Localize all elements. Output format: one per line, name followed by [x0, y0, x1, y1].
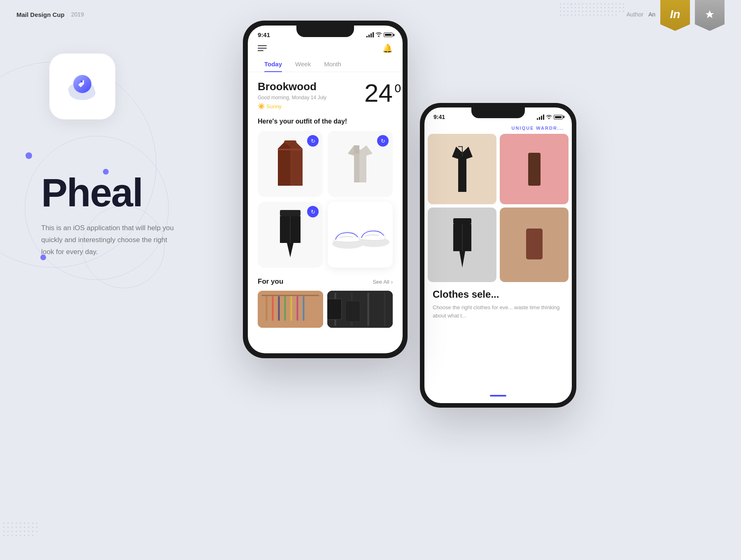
- refresh-icon: ↻: [311, 138, 315, 144]
- phone-screen: 9:41: [248, 26, 403, 353]
- for-you-title: For you: [258, 278, 283, 286]
- temperature-display: 24 0: [364, 80, 393, 106]
- condition-text: Sunny: [266, 103, 282, 110]
- refresh-coat-btn[interactable]: ↻: [307, 135, 319, 147]
- svg-point-4: [81, 81, 83, 83]
- hamburger-icon[interactable]: [258, 45, 267, 51]
- clothes-title: Clothes sele...: [433, 289, 564, 300]
- status-time-2: 9:41: [433, 114, 445, 120]
- outfit-card-pants[interactable]: ↻: [258, 202, 323, 268]
- wifi-icon: [375, 32, 382, 38]
- refresh-icon-2: ↻: [381, 138, 385, 144]
- location-date: Good morning, Monday 14 July: [258, 95, 326, 100]
- svg-rect-26: [526, 229, 543, 259]
- invision-badge[interactable]: In: [660, 0, 690, 31]
- tab-month[interactable]: Month: [317, 56, 348, 72]
- pants-illustration: [278, 210, 303, 259]
- svg-rect-22: [346, 301, 360, 322]
- refresh-icon-3: ↻: [311, 209, 315, 215]
- svg-rect-7: [280, 210, 301, 216]
- status-time: 9:41: [258, 31, 270, 38]
- site-title: Mail Design Cup: [16, 11, 65, 18]
- bottom-indicator: [490, 395, 506, 397]
- wardrobe-cell-shirt[interactable]: [428, 134, 496, 204]
- for-you-card-2[interactable]: [327, 291, 393, 328]
- outfit-card-shoes[interactable]: [328, 202, 393, 268]
- clothes-desc: Choose the right clothes for eve... wast…: [433, 303, 564, 320]
- refresh-pants-btn[interactable]: ↻: [307, 206, 319, 217]
- wardrobe-cell-pink[interactable]: [500, 134, 569, 204]
- svg-rect-23: [528, 153, 541, 186]
- battery-icon: [384, 33, 393, 37]
- weather-condition: ☀️ Sunny: [258, 103, 326, 110]
- svg-rect-24: [453, 218, 471, 224]
- bell-icon[interactable]: 🔔: [382, 43, 393, 53]
- phone-screen-2: 9:41 UNIQUE WARDR...: [424, 107, 572, 403]
- for-you-card-1[interactable]: [258, 291, 323, 328]
- tab-week[interactable]: Week: [289, 56, 317, 72]
- author-name: An: [648, 11, 655, 18]
- wardrobe-cell-pants[interactable]: [428, 208, 496, 282]
- svg-rect-15: [278, 296, 280, 321]
- see-all-link[interactable]: See All ›: [373, 279, 393, 285]
- outfit-section: Here's your outfit of the day! ↻: [248, 114, 403, 273]
- svg-rect-6: [278, 149, 303, 150]
- phone-notch-2: [471, 107, 525, 118]
- outfit-title: Here's your outfit of the day!: [258, 118, 393, 125]
- refresh-shirt-btn[interactable]: ↻: [377, 135, 389, 147]
- signal-icon: [366, 32, 374, 37]
- phone-main: 9:41: [243, 21, 408, 358]
- bottom-text: Clothes sele... Choose the right clothes…: [424, 282, 572, 320]
- battery-icon-2: [554, 115, 563, 119]
- grey-badge[interactable]: [695, 0, 725, 31]
- app-name: Pheal: [41, 173, 181, 212]
- sun-icon: ☀️: [258, 103, 265, 110]
- status-icons-2: [537, 113, 563, 121]
- outfit-card-shirt[interactable]: ↻: [328, 131, 393, 197]
- wardrobe-cell-dark[interactable]: [500, 208, 569, 282]
- location-name: Brookwood: [258, 80, 326, 93]
- outfit-card-coat[interactable]: ↻: [258, 131, 323, 197]
- header-right: Author An In: [627, 0, 725, 31]
- svg-rect-19: [303, 296, 305, 321]
- svg-rect-16: [284, 296, 286, 321]
- left-content: Pheal This is an iOS application that wi…: [41, 173, 181, 258]
- site-year: 2019: [71, 11, 84, 18]
- section-header: For you See All ›: [258, 278, 393, 286]
- header: Mail Design Cup 2019 Author An In: [0, 0, 741, 29]
- svg-rect-14: [272, 296, 274, 321]
- app-icon: [49, 54, 115, 119]
- outfit-grid: ↻ ↻: [258, 131, 393, 268]
- svg-rect-21: [327, 299, 342, 320]
- coat-illustration: [276, 140, 305, 188]
- signal-icon-2: [537, 114, 544, 120]
- author-label: Author: [627, 11, 643, 18]
- temperature-value: 24: [364, 79, 393, 107]
- location-info: Brookwood Good morning, Monday 14 July ☀…: [258, 80, 326, 110]
- app-header: 🔔: [248, 38, 403, 56]
- app-description: This is an iOS application that will hel…: [41, 222, 181, 258]
- weather-section: Brookwood Good morning, Monday 14 July ☀…: [248, 72, 403, 114]
- shirt-illustration: [344, 143, 377, 184]
- svg-rect-13: [266, 296, 268, 321]
- temp-unit: 0: [394, 82, 401, 95]
- status-icons: [366, 32, 393, 38]
- invision-letter: In: [670, 8, 680, 21]
- header-left: Mail Design Cup 2019: [16, 11, 84, 18]
- for-you-grid: [258, 291, 393, 328]
- phone-secondary: 9:41 UNIQUE WARDR...: [420, 103, 576, 408]
- wardrobe-grid: [424, 134, 572, 282]
- wifi-icon-2: [546, 113, 552, 121]
- app-icon-graphic: [66, 70, 99, 103]
- dots-grid-bottom: const dg2 = document.currentScript.paren…: [0, 519, 41, 539]
- svg-rect-17: [291, 296, 292, 321]
- tab-today[interactable]: Today: [258, 56, 289, 72]
- shoes-illustration: [329, 214, 391, 255]
- deco-dot-1: [26, 152, 32, 159]
- wardrobe-label: UNIQUE WARDR...: [424, 121, 572, 134]
- tabs-container: Today Week Month: [248, 56, 403, 72]
- for-you-section: For you See All ›: [248, 273, 403, 328]
- svg-rect-18: [297, 296, 298, 321]
- svg-rect-12: [262, 295, 319, 296]
